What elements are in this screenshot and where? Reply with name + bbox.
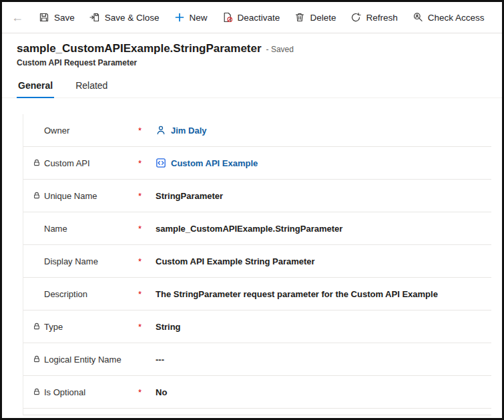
save-button[interactable]: Save [31,2,82,33]
field-value[interactable]: The StringParameter request parameter fo… [156,289,438,299]
new-label: New [190,13,208,23]
refresh-icon [350,12,361,23]
entity-type-subtitle: Custom API Request Parameter [17,58,502,67]
custom-api-icon [156,158,166,168]
field-row-logical-entity-name: Logical Entity Name --- [23,343,491,376]
required-marker: * [138,126,156,136]
deactivate-button[interactable]: Deactivate [215,2,288,33]
field-value: String [156,322,181,332]
lock-icon [33,159,44,167]
save-icon [39,12,49,23]
delete-label: Delete [310,13,336,23]
deactivate-label: Deactivate [238,13,280,23]
field-label: Custom API [44,158,138,168]
field-label: Display Name [44,256,138,266]
field-row-is-optional: Is Optional * No [23,376,491,409]
field-row-display-name: Display Name * Custom API Example String… [23,245,491,278]
back-arrow-icon: ← [11,11,23,24]
custom-api-name: Custom API Example [171,158,258,168]
save-and-close-icon [89,12,100,23]
field-label: Description [44,289,138,299]
check-access-icon [413,12,423,23]
lock-icon [33,388,44,396]
required-marker: * [138,191,156,201]
field-row-name: Name * sample_CustomAPIExample.StringPar… [23,212,491,245]
tab-general[interactable]: General [17,80,54,98]
field-row-type: Type * String [23,310,491,343]
lock-icon [33,355,44,363]
save-and-close-label: Save & Close [105,13,160,23]
page-title: sample_CustomAPIExample.StringParameter [17,42,262,55]
owner-name: Jim Daly [171,126,206,136]
check-access-label: Check Access [428,13,485,23]
save-label: Save [54,13,75,23]
field-row-unique-name: Unique Name * StringParameter [23,180,491,212]
record-header: sample_CustomAPIExample.StringParameter … [2,33,502,67]
field-value[interactable]: sample_CustomAPIExample.StringParameter [156,224,342,234]
delete-icon [294,12,305,23]
field-value: No [156,387,167,397]
save-status: - Saved [266,45,294,54]
required-marker: * [138,387,156,397]
field-label: Owner [44,126,138,136]
plus-icon [174,12,185,23]
field-label: Unique Name [44,191,138,201]
field-label: Type [44,322,138,332]
field-label: Name [44,224,138,234]
field-row-owner: Owner * Jim Daly [23,114,491,147]
required-marker: * [138,322,156,332]
deactivate-icon [222,12,233,23]
general-form-section: Owner * Jim Daly Custom API * Custom API… [23,114,491,415]
app-window: ← Save Save & Close New Deactivate [0,0,504,420]
command-bar: ← Save Save & Close New Deactivate [2,2,502,33]
tab-related[interactable]: Related [74,80,109,97]
required-marker: * [138,224,156,234]
required-marker: * [138,289,156,299]
refresh-label: Refresh [366,13,397,23]
new-button[interactable]: New [167,2,215,33]
save-and-close-button[interactable]: Save & Close [82,2,167,33]
custom-api-lookup-link[interactable]: Custom API Example [156,158,258,168]
owner-lookup-link[interactable]: Jim Daly [156,125,206,136]
lock-icon [33,192,44,200]
refresh-button[interactable]: Refresh [343,2,405,33]
check-access-button[interactable]: Check Access [405,2,492,33]
required-marker: * [138,158,156,168]
field-value: --- [156,355,164,365]
lock-icon [33,323,44,331]
required-marker: * [138,256,156,266]
tab-strip: General Related [2,80,502,98]
field-row-description: Description * The StringParameter reques… [23,278,491,310]
person-icon [156,125,166,136]
field-row-custom-api: Custom API * Custom API Example [23,147,491,180]
field-value[interactable]: Custom API Example String Parameter [156,256,315,266]
field-label: Logical Entity Name [44,355,138,365]
back-button[interactable]: ← [11,11,23,23]
field-label: Is Optional [44,387,138,397]
delete-button[interactable]: Delete [287,2,343,33]
field-value: StringParameter [156,191,223,201]
